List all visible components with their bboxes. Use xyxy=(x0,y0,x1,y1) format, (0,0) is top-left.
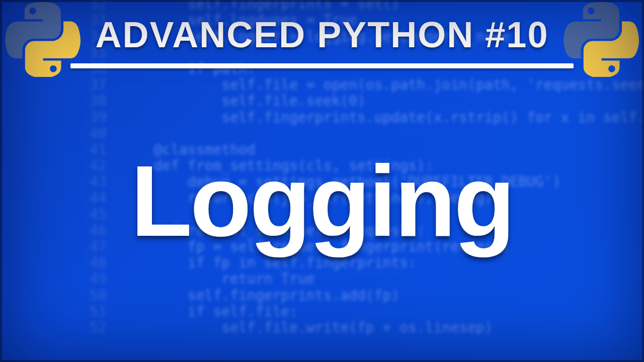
title-underline xyxy=(70,63,574,68)
thumbnail-card: 31 self.file = None32 self.fingerprints … xyxy=(0,0,644,362)
topic-title: Logging xyxy=(0,151,644,251)
series-title: ADVANCED PYTHON #10 xyxy=(96,14,549,55)
